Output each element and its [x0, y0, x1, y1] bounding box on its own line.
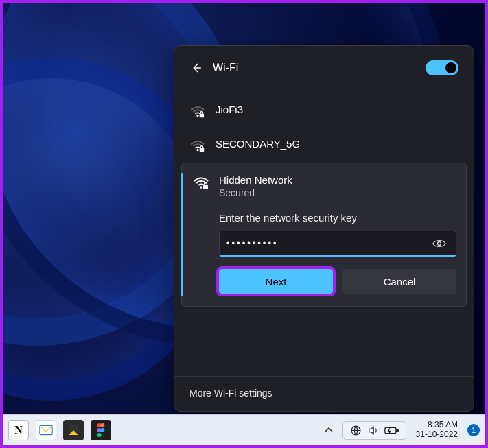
toggle-knob [445, 62, 456, 73]
mail-icon [39, 425, 53, 436]
tray-overflow-chevron[interactable] [325, 427, 340, 433]
svg-point-0 [196, 115, 198, 117]
wifi-toggle[interactable] [426, 60, 458, 75]
taskbar-app-figma[interactable] [91, 420, 111, 440]
back-button[interactable] [187, 58, 206, 78]
notion-icon: N [14, 424, 23, 436]
svg-point-6 [438, 241, 441, 245]
svg-rect-7 [40, 425, 52, 434]
next-button-label: Next [266, 276, 287, 287]
button-row: Next Cancel [219, 269, 456, 294]
taskbar-app-notion[interactable]: N [8, 420, 29, 440]
network-list: JioFi3 SECONDARY_5G [174, 87, 474, 376]
battery-icon [384, 426, 399, 435]
clock-time: 8:35 AM [416, 421, 458, 430]
system-tray: 8:35 AM 31-10-2022 1 [325, 421, 480, 440]
figma-icon [96, 423, 106, 438]
network-name: Hidden Network [219, 174, 456, 186]
cancel-button-label: Cancel [384, 276, 416, 287]
taskbar-app-mail[interactable] [36, 420, 56, 440]
wifi-secured-icon [188, 105, 207, 119]
security-key-prompt: Enter the network security key [219, 212, 456, 224]
network-status: Secured [219, 187, 456, 198]
network-name: SECONDARY_5G [216, 138, 460, 150]
network-item-selected: Hidden Network Secured Enter the network… [181, 163, 467, 307]
network-item[interactable]: SECONDARY_5G [181, 128, 467, 163]
svg-point-13 [97, 433, 102, 437]
flyout-header: Wi-Fi [174, 46, 474, 87]
more-wifi-settings-link[interactable]: More Wi-Fi settings [174, 376, 474, 411]
network-icon [350, 425, 362, 436]
flyout-title: Wi-Fi [213, 62, 426, 74]
network-item[interactable]: JioFi3 [181, 94, 467, 128]
tray-network-sound-battery[interactable] [342, 421, 406, 440]
wifi-secured-icon [191, 176, 211, 191]
svg-rect-15 [384, 427, 395, 433]
next-button[interactable]: Next [219, 269, 333, 294]
network-name: JioFi3 [216, 104, 460, 115]
password-field-wrapper [219, 231, 456, 257]
notification-badge[interactable]: 1 [467, 424, 480, 436]
svg-rect-3 [200, 148, 204, 152]
password-input[interactable] [226, 238, 430, 248]
taskbar-pinned-apps: N [8, 420, 111, 440]
wifi-secured-icon [188, 139, 207, 153]
wifi-flyout: Wi-Fi JioFi3 [174, 45, 474, 412]
svg-point-10 [100, 423, 104, 427]
reveal-password-icon[interactable] [430, 239, 449, 248]
taskbar-clock[interactable]: 8:35 AM 31-10-2022 [409, 421, 462, 440]
taskbar: N [3, 414, 485, 445]
sticky-notes-icon [67, 423, 80, 437]
svg-point-12 [100, 428, 104, 432]
taskbar-app-sticky-notes[interactable] [63, 420, 84, 440]
cancel-button[interactable]: Cancel [342, 269, 456, 294]
svg-point-4 [200, 186, 202, 189]
svg-rect-16 [396, 429, 397, 431]
svg-point-2 [196, 149, 198, 151]
volume-icon [367, 425, 379, 436]
svg-rect-5 [203, 185, 208, 189]
clock-date: 31-10-2022 [416, 430, 458, 440]
svg-rect-1 [200, 114, 204, 118]
